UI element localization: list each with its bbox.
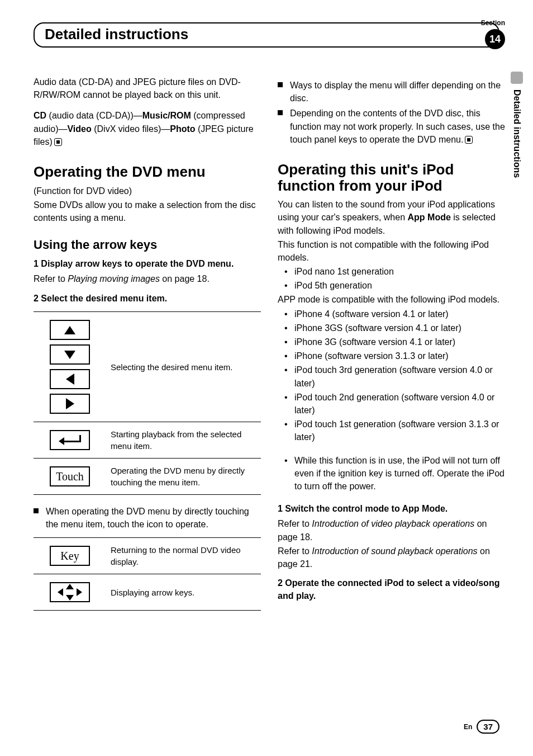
note-item: Ways to display the menu will differ dep… [278, 79, 505, 105]
left-arrow-icon [50, 369, 90, 389]
right-step-2: 2 Operate the connected iPod to select a… [278, 577, 505, 602]
step-2: 2 Select the desired menu item. [34, 292, 261, 305]
list-item: iPod 5th generation [278, 279, 505, 292]
page-footer: En 37 [464, 720, 499, 734]
key-button-icon: Key [50, 546, 90, 566]
arrow-keys-cell [34, 312, 106, 422]
dpad-icon [50, 582, 90, 602]
format-chain: CD (audio data (CD-DA))—Music/ROM (compr… [34, 109, 261, 148]
side-tab-label: Detailed instructions [511, 84, 523, 183]
heading-arrow-keys: Using the arrow keys [34, 238, 261, 252]
right-step-1: 1 Switch the control mode to App Mode. [278, 503, 505, 515]
list-item: iPhone (software version 3.1.3 or later) [278, 349, 505, 362]
dpad-desc: Displaying arrow keys. [106, 574, 261, 611]
touch-button-icon: Touch [50, 466, 90, 486]
list-item: iPod touch 1st generation (software vers… [278, 418, 505, 443]
enter-key-desc: Starting playback from the selected menu… [106, 422, 261, 459]
key-table-1: Selecting the desired menu item. Startin… [34, 311, 261, 495]
page-header: Section Detailed instructions 14 [34, 22, 505, 48]
function-note: (Function for DVD video) [34, 185, 261, 197]
end-mark-icon [54, 138, 62, 146]
section-label: Section [481, 19, 505, 27]
table-row: Key Returning to the normal DVD video di… [34, 538, 261, 574]
touch-key-cell: Touch [34, 459, 106, 495]
touch-key-desc: Operating the DVD menu by directly touch… [106, 459, 261, 495]
content-columns: Audio data (CD-DA) and JPEG picture file… [34, 75, 505, 621]
incompat-list: iPod nano 1st generation iPod 5th genera… [278, 265, 505, 292]
list-item: While this function is in use, the iPod … [278, 454, 505, 493]
end-mark-icon [465, 136, 473, 144]
table-row: Starting playback from the selected menu… [34, 422, 261, 459]
table-row: Touch Operating the DVD menu by directly… [34, 459, 261, 495]
enter-key-cell [34, 422, 106, 459]
left-column: Audio data (CD-DA) and JPEG picture file… [34, 75, 261, 621]
arrow-keys-desc: Selecting the desired menu item. [106, 312, 261, 422]
list-item: iPod touch 3rd generation (software vers… [278, 363, 505, 389]
down-arrow-icon [50, 344, 90, 365]
note-list-right: Ways to display the menu will differ dep… [278, 79, 505, 146]
right-column: Ways to display the menu will differ dep… [278, 75, 505, 621]
chapter-title: Detailed instructions [45, 26, 488, 43]
heading-dvd-menu: Operating the DVD menu [34, 164, 261, 180]
ipod-intro: You can listen to the sound from your iP… [278, 198, 505, 237]
list-item: iPod nano 1st generation [278, 265, 505, 278]
list-item: iPhone 3G (software version 4.1 or later… [278, 336, 505, 348]
footer-page-number: 37 [477, 720, 499, 734]
right-step-1-ref2: Refer to Introduction of sound playback … [278, 545, 505, 570]
note-list: When operating the DVD menu by directly … [34, 505, 261, 531]
list-item: iPod touch 2nd generation (software vers… [278, 391, 505, 417]
chapter-title-container: Detailed instructions [34, 22, 499, 48]
enter-icon [50, 430, 90, 450]
key-button-cell: Key [34, 538, 106, 574]
footer-language: En [464, 723, 472, 731]
section-number-badge: 14 [485, 29, 505, 49]
up-arrow-icon [50, 320, 90, 340]
table-row: Displaying arrow keys. [34, 574, 261, 611]
compat-intro: APP mode is compatible with the followin… [278, 293, 505, 306]
dpad-cell [34, 574, 106, 611]
list-item: iPhone 3GS (software version 4.1 or late… [278, 322, 505, 334]
table-row: Selecting the desired menu item. [34, 312, 261, 422]
key-button-desc: Returning to the normal DVD video displa… [106, 538, 261, 574]
right-step-1-ref1: Refer to Introduction of video playback … [278, 517, 505, 543]
step-1-ref: Refer to Playing moving images on page 1… [34, 272, 261, 285]
right-arrow-icon [50, 394, 90, 414]
heading-ipod: Operating this unit's iPod function from… [278, 162, 505, 193]
incompat-intro: This function is not compatible with the… [278, 238, 505, 264]
key-table-2: Key Returning to the normal DVD video di… [34, 537, 261, 611]
power-note-list: While this function is in use, the iPod … [278, 454, 505, 493]
dvd-menu-desc: Some DVDs allow you to make a selection … [34, 199, 261, 224]
compat-list: iPhone 4 (software version 4.1 or later)… [278, 308, 505, 444]
step-1: 1 Display arrow keys to operate the DVD … [34, 258, 261, 270]
note-item: When operating the DVD menu by directly … [34, 505, 261, 531]
intro-paragraph: Audio data (CD-DA) and JPEG picture file… [34, 75, 261, 101]
list-item: iPhone 4 (software version 4.1 or later) [278, 308, 505, 320]
side-tab-accent [511, 72, 523, 84]
note-item: Depending on the contents of the DVD dis… [278, 107, 505, 146]
